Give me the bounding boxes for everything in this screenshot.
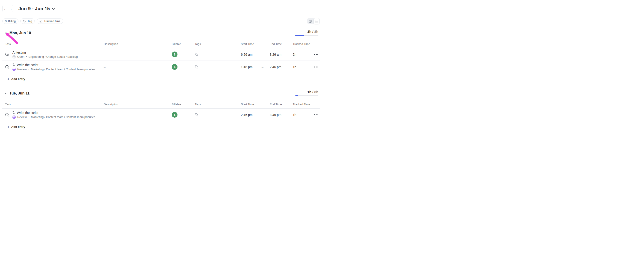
filter-bar: $ Billing Tag Tracked time [2, 19, 322, 24]
day-progress-bar [295, 35, 318, 36]
row-menu-icon[interactable] [314, 113, 318, 116]
table-header: Task Description Billable Tags Start Tim… [2, 103, 320, 109]
tag-filter-chip[interactable]: Tag [20, 19, 35, 24]
start-time[interactable]: 2:46 pm [241, 113, 262, 117]
end-time[interactable]: 2:46 pm [270, 65, 293, 69]
billable-badge[interactable]: $ [172, 64, 178, 70]
status-open-icon [12, 55, 16, 58]
task-meta: Review • Marketing / Content team / Cont… [12, 68, 104, 71]
time-entry-row[interactable]: Write the script Review • Marketing / Co… [2, 61, 320, 73]
billable-badge[interactable]: $ [172, 112, 178, 118]
arrow-right-icon: → [9, 7, 12, 11]
meta-separator: • [26, 55, 27, 58]
row-menu-icon[interactable] [314, 53, 318, 56]
tag-icon[interactable] [195, 53, 198, 56]
task-meta: Open • Engineering / Orange Squad / Back… [12, 55, 104, 58]
dollar-icon: $ [174, 65, 176, 69]
timesheet-icon [309, 19, 312, 23]
table-header: Task Description Billable Tags Start Tim… [2, 43, 320, 48]
tracked-time[interactable]: 2h [293, 53, 312, 56]
task-title[interactable]: Write the script [17, 111, 38, 115]
time-tracking-page: ← → Jun 9 - Jun 15 $ Billing Tag Tracked… [0, 0, 322, 131]
day-summary: 3h / 8h [295, 30, 318, 36]
timer-edit-icon[interactable] [5, 113, 9, 117]
column-end-time: End Time [270, 43, 293, 46]
day-tracked-total: 3h / 8h [295, 30, 318, 34]
tag-icon[interactable] [195, 65, 198, 69]
meta-separator: • [28, 115, 29, 119]
tag-filter-label: Tag [28, 20, 32, 23]
topbar: ← → Jun 9 - Jun 15 [2, 5, 322, 12]
time-range-dash: – [262, 113, 270, 117]
day-section-tue-jun-11: Tue, Jun 11 1h / 8h Task Description Bil… [2, 91, 320, 129]
day-title: Tue, Jun 11 [10, 91, 30, 95]
tracked-time[interactable]: 1h [293, 65, 312, 69]
column-billable: Billable [172, 43, 195, 46]
task-title[interactable]: AI testing [12, 51, 26, 54]
tag-icon[interactable] [195, 113, 198, 117]
task-title[interactable]: Write the script [17, 63, 38, 67]
status-label: Review [17, 68, 27, 71]
week-nav: ← → [2, 5, 13, 12]
add-entry-button[interactable]: + Add entry [8, 124, 320, 129]
prev-week-button[interactable]: ← [2, 5, 8, 12]
column-tags: Tags [195, 103, 241, 106]
column-billable: Billable [172, 103, 195, 106]
tracked-time-filter-label: Tracked time [44, 20, 60, 23]
chevron-down-icon [52, 8, 55, 10]
tag-icon [23, 20, 26, 23]
column-end-time: End Time [270, 103, 293, 106]
task-path: Engineering / Orange Squad / Backlog [28, 55, 78, 58]
view-toggle [307, 18, 320, 24]
column-task: Task [2, 43, 104, 46]
description-cell[interactable]: – [104, 65, 172, 69]
list-icon [315, 20, 318, 23]
add-entry-label: Add entry [11, 77, 25, 81]
tracked-time[interactable]: 1h [293, 113, 312, 117]
list-view-button[interactable] [314, 18, 320, 24]
status-review-icon [12, 68, 16, 71]
add-entry-button[interactable]: + Add entry [8, 76, 320, 81]
start-time[interactable]: 1:46 pm [241, 65, 262, 69]
end-time[interactable]: 3:46 pm [270, 113, 293, 117]
column-tags: Tags [195, 43, 241, 46]
start-time[interactable]: 6:26 am [241, 53, 262, 56]
timesheet-view-button[interactable] [307, 18, 314, 24]
dollar-icon: $ [5, 20, 7, 23]
billable-badge[interactable]: $ [172, 52, 178, 57]
plus-icon: + [8, 125, 10, 128]
task-meta: Review • Marketing / Content team / Cont… [12, 115, 104, 119]
day-progress-bar [295, 95, 318, 96]
time-range-dash: – [262, 53, 270, 56]
day-capacity: 8h [314, 90, 318, 94]
time-entry-row[interactable]: Write the script Review • Marketing / Co… [2, 109, 320, 121]
time-entry-row[interactable]: AI testing Open • Engineering / Orange S… [2, 48, 320, 61]
tracked-time-filter-chip[interactable]: Tracked time [37, 19, 63, 24]
subtask-icon [12, 63, 16, 66]
day-title: Mon, Jun 10 [10, 31, 31, 35]
column-tracked-time: Tracked Time [293, 103, 312, 106]
timer-edit-icon[interactable] [5, 52, 9, 56]
row-menu-icon[interactable] [314, 66, 318, 68]
day-summary: 1h / 8h [295, 90, 318, 96]
date-range-selector[interactable]: Jun 9 - Jun 15 [18, 6, 55, 11]
day-header: Mon, Jun 10 3h / 8h [2, 31, 320, 36]
next-week-button[interactable]: → [8, 5, 13, 12]
time-range-dash: – [262, 65, 270, 69]
description-cell[interactable]: – [104, 113, 172, 117]
end-time[interactable]: 8:26 am [270, 53, 293, 56]
billing-filter-chip[interactable]: $ Billing [2, 19, 18, 24]
day-header: Tue, Jun 11 1h / 8h [2, 91, 320, 96]
task-path: Marketing / Content team / Content Team … [31, 68, 95, 71]
day-capacity: 8h [314, 30, 318, 34]
column-tracked-time: Tracked Time [293, 43, 312, 46]
status-label: Open [17, 55, 24, 58]
status-review-icon [12, 115, 16, 119]
collapse-day-icon[interactable] [5, 33, 7, 34]
description-cell[interactable]: – [104, 53, 172, 56]
timer-edit-icon[interactable] [5, 65, 9, 69]
dollar-icon: $ [174, 53, 176, 56]
column-start-time: Start Time [241, 103, 262, 106]
collapse-day-icon[interactable] [5, 93, 7, 94]
plus-icon: + [8, 77, 10, 81]
